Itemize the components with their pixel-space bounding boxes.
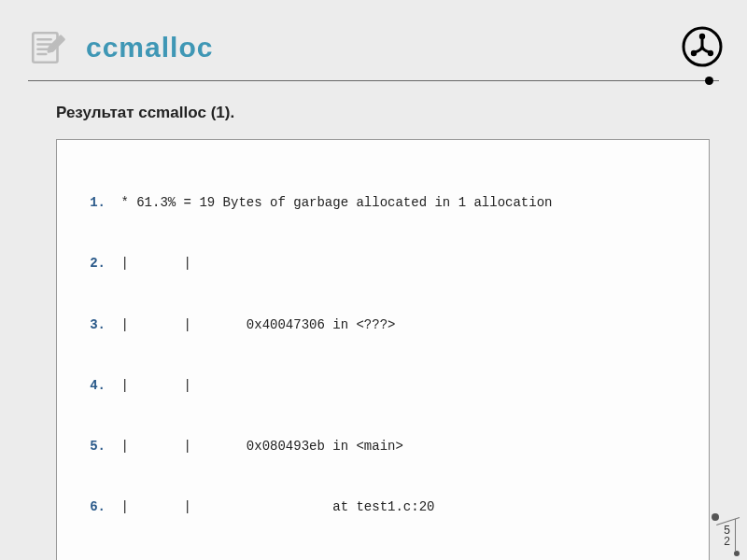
line-text: * 61.3% = 19 Bytes of garbage allocated … <box>106 193 552 214</box>
line-text: | | at test1.c:20 <box>106 497 434 518</box>
slide: ccmalloc Результат ccmalloc (1). 1. * 61… <box>0 0 747 560</box>
edit-icon <box>28 28 67 67</box>
line-number: 3. <box>74 315 106 336</box>
slide-title: ccmalloc <box>86 32 213 63</box>
header-divider <box>28 80 719 81</box>
slide-body: Результат ccmalloc (1). 1. * 61.3% = 19 … <box>0 81 747 560</box>
line-number: 4. <box>74 376 106 397</box>
line-text: | | 0x40047306 in <???> <box>106 315 395 336</box>
title-row: ccmalloc <box>28 28 719 67</box>
code-line: 4. | | <box>74 376 692 397</box>
line-number: 5. <box>74 437 106 457</box>
slide-header: ccmalloc <box>0 0 747 81</box>
code-line: 2. | | <box>74 254 692 274</box>
code-line: 5. | | 0x080493eb in <main> <box>74 437 692 457</box>
line-text: | | <box>106 376 191 397</box>
branch-icon <box>680 24 725 69</box>
code-box: 1. * 61.3% = 19 Bytes of garbage allocat… <box>56 139 710 560</box>
code-line: 3. | | 0x40047306 in <???> <box>74 315 692 336</box>
line-number: 6. <box>74 497 106 518</box>
subtitle: Результат ccmalloc (1). <box>56 104 710 122</box>
code-line: 6. | | at test1.c:20 <box>74 497 692 518</box>
code-line: 1. * 61.3% = 19 Bytes of garbage allocat… <box>74 193 692 214</box>
line-number: 2. <box>74 254 106 274</box>
page-number-decoration: 52 <box>702 511 740 556</box>
line-text: | | 0x080493eb in <main> <box>106 437 403 457</box>
line-number: 1. <box>74 193 106 214</box>
page-number: 52 <box>724 525 730 547</box>
line-text: | | <box>106 254 191 274</box>
